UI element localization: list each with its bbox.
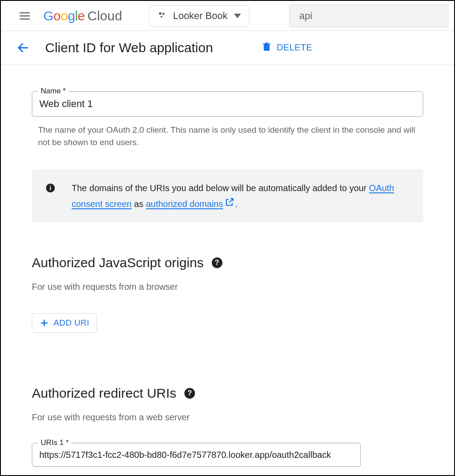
trash-icon [261,41,272,54]
project-icon [157,10,167,22]
svg-point-5 [50,185,51,187]
redirect-uris-heading: Authorized redirect URIs [32,386,176,401]
search-box[interactable] [289,4,449,27]
name-input[interactable] [32,91,423,117]
info-text: The domains of the URIs you add below wi… [72,181,410,211]
svg-rect-4 [50,187,51,190]
name-field: Name * [32,91,423,117]
info-banner: The domains of the URIs you add below wi… [32,169,423,223]
info-icon [45,181,56,211]
redirect-uris-sub: For use with requests from a web server [32,412,423,422]
google-cloud-logo[interactable]: Google Cloud [43,8,122,23]
js-origins-sub: For use with requests from a browser [32,282,423,292]
name-field-help: The name of your OAuth 2.0 client. This … [32,119,423,148]
add-uri-label: ADD URI [54,318,89,328]
svg-point-0 [159,12,162,15]
svg-point-1 [162,12,164,15]
svg-point-2 [161,15,162,17]
add-uri-button[interactable]: ADD URI [32,313,97,333]
name-field-label: Name * [38,87,69,96]
redirect-uri-input[interactable] [32,443,361,467]
logo-google-text: Google [43,8,85,23]
external-link-icon [224,197,235,207]
page-title: Client ID for Web application [45,40,213,55]
project-picker[interactable]: Looker Book [149,5,249,27]
delete-label: DELETE [277,42,313,53]
project-name: Looker Book [173,10,228,22]
js-origins-section: Authorized JavaScript origins ? For use … [32,255,423,333]
redirect-uris-section: Authorized redirect URIs ? For use with … [32,386,423,467]
search-input[interactable] [299,10,439,22]
help-icon[interactable]: ? [184,388,195,399]
authorized-domains-link[interactable]: authorized domains [146,199,235,209]
js-origins-heading: Authorized JavaScript origins [32,255,204,270]
redirect-uri-label: URIs 1 * [38,438,71,447]
hamburger-menu-icon[interactable] [15,6,34,26]
back-button[interactable] [13,38,33,58]
redirect-uri-field: URIs 1 * [32,443,361,467]
chevron-down-icon [234,14,241,18]
delete-button[interactable]: DELETE [261,41,313,54]
logo-cloud-text: Cloud [88,8,122,23]
help-icon[interactable]: ? [212,257,222,268]
